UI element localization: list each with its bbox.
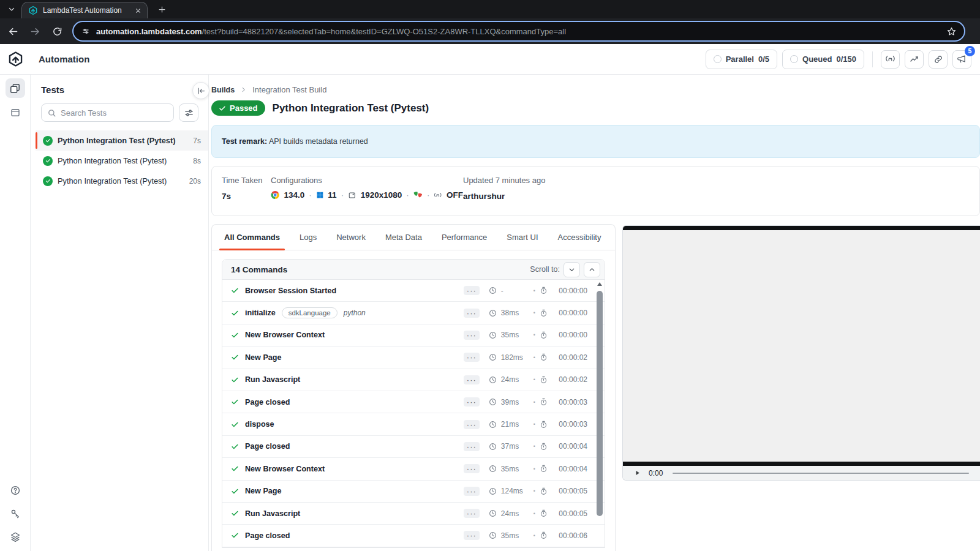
parallel-status-button[interactable]: Parallel 0/5	[706, 50, 777, 69]
tab-performance[interactable]: Performance	[432, 225, 497, 250]
row-actions-button[interactable]: ···	[464, 375, 480, 384]
command-row[interactable]: Page closed ··· 39ms • 00:00:03	[222, 391, 605, 413]
row-actions-button[interactable]: ···	[464, 353, 480, 362]
row-actions-button[interactable]: ···	[464, 286, 480, 295]
row-actions-button[interactable]: ···	[464, 442, 480, 451]
row-actions-button[interactable]: ···	[464, 464, 480, 473]
tab-meta-data[interactable]: Meta Data	[375, 225, 432, 250]
queued-value: 0/150	[836, 54, 856, 64]
passed-check-icon	[43, 136, 53, 146]
tab-network[interactable]: Network	[326, 225, 375, 250]
bullet-separator: •	[533, 421, 535, 427]
search-input[interactable]	[61, 108, 168, 118]
resolution-icon	[348, 190, 356, 200]
row-actions-button[interactable]: ···	[464, 397, 480, 407]
command-row[interactable]: Page closed ··· 35ms • 00:00:06	[222, 525, 605, 547]
search-tests-box[interactable]	[41, 103, 174, 122]
scrollbar-up-arrow[interactable]	[597, 282, 602, 286]
haptics-button[interactable]	[881, 50, 900, 69]
url-bar[interactable]: automation.lambdatest.com/test?build=488…	[74, 22, 964, 40]
new-tab-button[interactable]	[155, 2, 168, 16]
stopwatch-icon	[540, 531, 548, 539]
stopwatch-icon	[540, 331, 548, 339]
megaphone-icon	[957, 54, 967, 64]
tab-accessibility[interactable]: Accessibility	[548, 225, 611, 250]
video-seek-bar[interactable]	[673, 473, 969, 474]
command-row[interactable]: New Browser Context ··· 35ms • 00:00:04	[222, 458, 605, 480]
analytics-button[interactable]	[905, 50, 924, 69]
command-duration: -	[501, 287, 529, 295]
clock-icon	[489, 309, 497, 317]
command-row[interactable]: dispose ··· 21ms • 00:00:03	[222, 413, 605, 435]
bullet-separator: •	[533, 511, 535, 517]
configurations-label: Configurations	[271, 176, 463, 185]
tab-logs[interactable]: Logs	[290, 225, 326, 250]
test-duration: 8s	[193, 157, 201, 165]
scroll-to-label: Scroll to:	[530, 265, 560, 274]
row-actions-button[interactable]: ···	[464, 331, 480, 340]
bookmark-star-icon[interactable]	[946, 26, 957, 37]
filter-button[interactable]	[179, 103, 198, 122]
tab-list-chevron-button[interactable]	[6, 3, 18, 15]
sidebar-collapse-button[interactable]	[192, 82, 209, 99]
command-row[interactable]: New Browser Context ··· 35ms • 00:00:00	[222, 324, 605, 347]
chevron-up-icon	[588, 266, 596, 274]
app-header: Automation Parallel 0/5 Queued 0/150 5	[0, 44, 980, 75]
key-icon[interactable]	[10, 508, 21, 519]
tab-title: LambdaTest Automation	[43, 6, 129, 15]
layers-icon[interactable]	[10, 531, 21, 542]
sidebar-title: Tests	[41, 84, 208, 95]
command-timestamp: 00:00:02	[552, 375, 587, 384]
breadcrumb-builds[interactable]: Builds	[211, 86, 235, 94]
video-player[interactable]: 0:00	[622, 225, 980, 481]
scrollbar-thumb[interactable]	[597, 291, 603, 516]
command-row[interactable]: Browser Session Started ··· - • 00:00:00	[222, 280, 605, 302]
announcements-button[interactable]: 5	[952, 50, 971, 69]
tab-close-icon[interactable]	[134, 7, 142, 15]
stopwatch-icon	[540, 353, 548, 361]
command-row[interactable]: Run Javascript ··· 24ms • 00:00:02	[222, 369, 605, 391]
reload-button[interactable]	[48, 22, 66, 40]
wave-icon	[885, 54, 895, 64]
command-duration: 35ms	[501, 331, 529, 339]
row-actions-button[interactable]: ···	[464, 487, 480, 496]
test-list-item[interactable]: Python Integration Test (Pytest) 7s	[36, 130, 208, 151]
rail-item-window[interactable]	[6, 103, 25, 122]
row-actions-button[interactable]: ···	[464, 509, 480, 518]
time-taken-value: 7s	[222, 192, 271, 201]
command-row[interactable]: initialize sdkLanguage python ··· 38ms •…	[222, 302, 605, 324]
row-actions-button[interactable]: ···	[464, 420, 480, 429]
back-button[interactable]	[4, 22, 22, 40]
integrations-button[interactable]	[929, 50, 948, 69]
play-button[interactable]	[634, 470, 641, 476]
command-name: Run Javascript	[245, 375, 300, 384]
row-actions-button[interactable]: ···	[464, 531, 480, 540]
browser-tab[interactable]: LambdaTest Automation	[21, 2, 148, 18]
command-timestamp: 00:00:05	[552, 487, 587, 495]
clock-icon	[489, 398, 497, 406]
site-info-icon[interactable]	[81, 26, 91, 36]
tab-smart-ui[interactable]: Smart UI	[497, 225, 548, 250]
command-row[interactable]: New Page ··· 182ms • 00:00:02	[222, 347, 605, 369]
command-row[interactable]: Page closed ··· 37ms • 00:00:04	[222, 436, 605, 458]
help-icon[interactable]	[10, 485, 21, 496]
command-name: Page closed	[245, 398, 290, 407]
lambdatest-logo[interactable]	[7, 51, 24, 67]
command-row[interactable]: Run Javascript ··· 24ms • 00:00:05	[222, 503, 605, 525]
forward-button[interactable]	[26, 22, 44, 40]
rail-item-sessions[interactable]	[6, 78, 25, 98]
tab-all-commands[interactable]: All Commands	[214, 225, 290, 250]
bullet-separator: •	[533, 533, 535, 539]
row-actions-button[interactable]: ···	[464, 309, 480, 318]
command-row[interactable]: New Page ··· 124ms • 00:00:05	[222, 481, 605, 503]
commands-scrollbar[interactable]	[597, 282, 603, 544]
success-check-icon	[231, 331, 239, 339]
scroll-down-button[interactable]	[564, 262, 580, 277]
command-name: Run Javascript	[245, 509, 300, 518]
stopwatch-icon	[540, 509, 548, 517]
scroll-up-button[interactable]	[584, 262, 600, 277]
clock-icon	[489, 353, 497, 361]
test-list-item[interactable]: Python Integration Test (Pytest) 8s	[36, 151, 208, 171]
test-list-item[interactable]: Python Integration Test (Pytest) 20s	[36, 171, 208, 191]
queued-status-button[interactable]: Queued 0/150	[782, 50, 864, 69]
